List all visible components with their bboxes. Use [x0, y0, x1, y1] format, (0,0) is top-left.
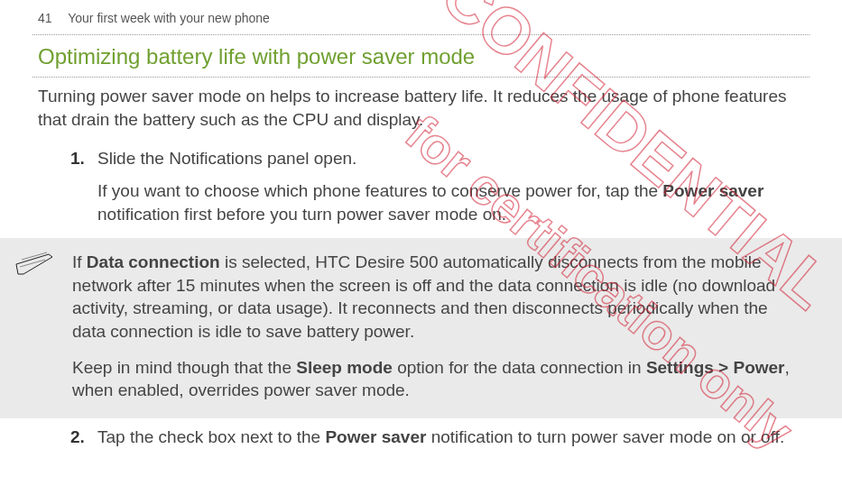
step-1-sub: If you want to choose which phone featur…: [97, 179, 804, 225]
page-header: 41 Your first week with your new phone: [0, 0, 842, 34]
header-section-name: Your first week with your new phone: [68, 11, 270, 25]
note-paragraph-1: If Data connection is selected, HTC Desi…: [72, 251, 804, 344]
steps-list: Slide the Notifications panel open. If y…: [0, 142, 842, 234]
note-p2-before: Keep in mind though that the: [72, 358, 296, 377]
note-p1-before: If: [72, 252, 87, 271]
power-saver-bold-2: Power saver: [325, 427, 426, 446]
data-connection-bold: Data connection: [87, 252, 220, 271]
step-1-sub-after: notification first before you turn power…: [97, 205, 506, 224]
note-p2-mid: option for the data connection in: [393, 358, 646, 377]
step-2-before: Tap the check box next to the: [97, 427, 325, 446]
step-2: Tap the check box next to the Power save…: [0, 420, 842, 458]
lead-paragraph: Turning power saver mode on helps to inc…: [0, 78, 842, 142]
pen-icon: [14, 251, 54, 278]
page-number: 41: [38, 11, 52, 25]
sleep-mode-bold: Sleep mode: [296, 358, 393, 377]
step-1-text: Slide the Notifications panel open.: [97, 149, 356, 168]
step-1: Slide the Notifications panel open. If y…: [0, 142, 842, 234]
step-1-sub-before: If you want to choose which phone featur…: [97, 181, 662, 200]
section-title: Optimizing battery life with power saver…: [0, 35, 842, 77]
power-saver-bold: Power saver: [662, 181, 763, 200]
settings-power-bold: Settings > Power: [646, 358, 785, 377]
note-paragraph-2: Keep in mind though that the Sleep mode …: [72, 356, 804, 402]
note-box: If Data connection is selected, HTC Desi…: [0, 238, 842, 418]
steps-list-2: Tap the check box next to the Power save…: [0, 420, 842, 458]
step-2-after: notification to turn power saver mode on…: [426, 427, 784, 446]
